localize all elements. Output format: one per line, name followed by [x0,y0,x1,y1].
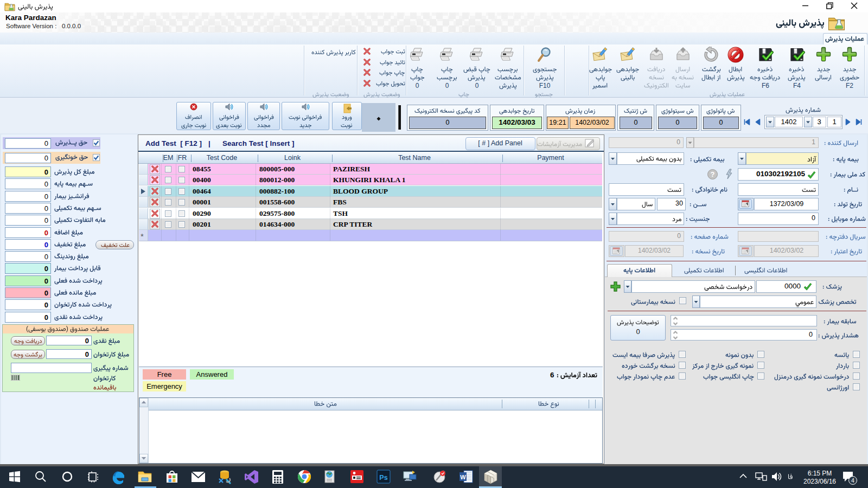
svg-text:?: ? [711,170,715,178]
svg-text:Ps: Ps [379,474,387,481]
svg-text:W: W [460,474,466,480]
